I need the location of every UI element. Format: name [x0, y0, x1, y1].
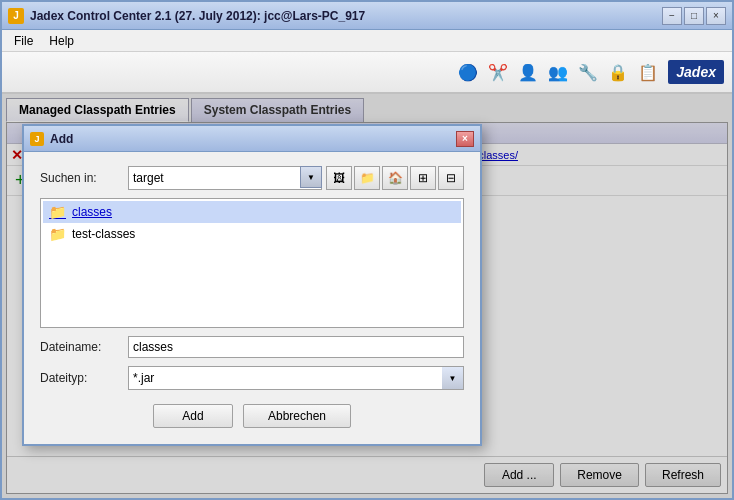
toolbar-icon-1[interactable]: 🔵: [454, 58, 482, 86]
dialog-title-left: J Add: [30, 132, 73, 146]
dateityp-row: Dateityp: *.jar *.class *.* ▼: [40, 366, 464, 390]
file-name-classes: classes: [72, 205, 112, 219]
dateiname-row: Dateiname:: [40, 336, 464, 358]
minimize-button[interactable]: −: [662, 7, 682, 25]
folder-icon-1: 📁: [49, 204, 66, 220]
window-title: Jadex Control Center 2.1 (27. July 2012)…: [30, 9, 365, 23]
dateiname-label: Dateiname:: [40, 340, 120, 354]
view-list-icon[interactable]: ⊞: [410, 166, 436, 190]
app-icon: J: [8, 8, 24, 24]
dateityp-container: *.jar *.class *.* ▼: [128, 366, 464, 390]
title-bar: J Jadex Control Center 2.1 (27. July 201…: [2, 2, 732, 30]
menu-help[interactable]: Help: [41, 32, 82, 50]
content-area: Managed Classpath Entries System Classpa…: [2, 94, 732, 498]
toolbar-icon-5[interactable]: 🔧: [574, 58, 602, 86]
file-list: 📁 classes 📁 test-classes: [40, 198, 464, 328]
dialog-buttons: Add Abbrechen: [40, 398, 464, 432]
folder-icon-2: 📁: [49, 226, 66, 242]
suchen-in-container: target ▼ 🖼 📁 🏠 ⊞ ⊟: [128, 166, 464, 190]
suchen-in-arrow[interactable]: ▼: [300, 166, 322, 188]
menu-file[interactable]: File: [6, 32, 41, 50]
home-icon[interactable]: 🏠: [382, 166, 408, 190]
dialog-cancel-button[interactable]: Abbrechen: [243, 404, 351, 428]
toolbar-icon-7[interactable]: 📋: [634, 58, 662, 86]
nav-up-icon[interactable]: 🖼: [326, 166, 352, 190]
dialog-body: Suchen in: target ▼ 🖼 📁 🏠 ⊞: [24, 152, 480, 444]
toolbar-icon-3[interactable]: 👤: [514, 58, 542, 86]
dateityp-select[interactable]: *.jar *.class *.*: [128, 366, 464, 390]
toolbar-icon-6[interactable]: 🔒: [604, 58, 632, 86]
dateiname-input[interactable]: [128, 336, 464, 358]
file-item-test-classes[interactable]: 📁 test-classes: [43, 223, 461, 245]
dialog-toolbar: 🖼 📁 🏠 ⊞ ⊟: [326, 166, 464, 190]
title-bar-left: J Jadex Control Center 2.1 (27. July 201…: [8, 8, 365, 24]
close-button[interactable]: ×: [706, 7, 726, 25]
suchen-in-row: Suchen in: target ▼ 🖼 📁 🏠 ⊞: [40, 166, 464, 190]
toolbar-icon-4[interactable]: 👥: [544, 58, 572, 86]
dialog-close-button[interactable]: ×: [456, 131, 474, 147]
toolbar-icon-2[interactable]: ✂️: [484, 58, 512, 86]
file-name-test-classes: test-classes: [72, 227, 135, 241]
jadex-logo: Jadex: [668, 60, 724, 84]
new-folder-icon[interactable]: 📁: [354, 166, 380, 190]
dialog-title-bar: J Add ×: [24, 126, 480, 152]
title-controls: − □ ×: [662, 7, 726, 25]
suchen-in-label: Suchen in:: [40, 171, 120, 185]
menu-bar: File Help: [2, 30, 732, 52]
suchen-in-select-wrapper: target ▼: [128, 166, 322, 190]
main-window: J Jadex Control Center 2.1 (27. July 201…: [0, 0, 734, 500]
dialog-add-button[interactable]: Add: [153, 404, 233, 428]
dialog-icon: J: [30, 132, 44, 146]
view-detail-icon[interactable]: ⊟: [438, 166, 464, 190]
add-dialog: J Add × Suchen in: target ▼: [22, 124, 482, 446]
restore-button[interactable]: □: [684, 7, 704, 25]
dateityp-label: Dateityp:: [40, 371, 120, 385]
toolbar: 🔵 ✂️ 👤 👥 🔧 🔒 📋 Jadex: [2, 52, 732, 94]
suchen-in-select[interactable]: target: [128, 166, 322, 190]
file-item-classes[interactable]: 📁 classes: [43, 201, 461, 223]
dialog-title: Add: [50, 132, 73, 146]
